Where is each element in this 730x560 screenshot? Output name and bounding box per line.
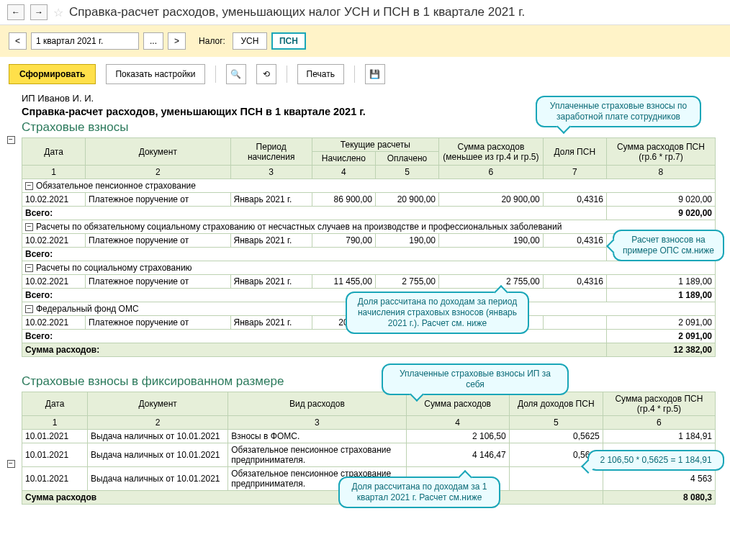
find-button[interactable]: 🔍: [226, 64, 246, 84]
th-paid: Оплачено: [375, 152, 438, 166]
cell-period: Январь 2021 г.: [230, 193, 312, 207]
cell-doc[interactable]: Платежное поручение от: [86, 275, 230, 289]
cell-share: 0,4316: [543, 234, 606, 248]
th-n4: 4: [312, 166, 375, 179]
th2-share: Доля доходов ПСН: [509, 392, 603, 416]
cell-share: 0,4316: [543, 275, 606, 289]
table-row: 10.02.2021 Платежное поручение от Январь…: [22, 275, 716, 289]
cell-date: 10.01.2021: [22, 467, 88, 491]
group-toggle[interactable]: −: [25, 264, 33, 272]
th-n6: 6: [439, 166, 544, 179]
cell-doc[interactable]: Платежное поручение от: [86, 193, 230, 207]
cell-period: Январь 2021 г.: [230, 275, 312, 289]
total-value: 9 020,00: [606, 207, 715, 220]
form-button[interactable]: Сформировать: [9, 64, 96, 84]
tax-label: Налог:: [199, 36, 225, 46]
th2-n4: 4: [406, 416, 509, 430]
cell-exp: 190,00: [439, 234, 544, 248]
th-n2: 2: [86, 166, 230, 179]
table-row: 10.01.2021 Выдача наличных от 10.01.2021…: [22, 430, 716, 443]
cell-accrued: 790,00: [312, 234, 375, 248]
cell-paid: 20 900,00: [375, 193, 438, 207]
group-name[interactable]: −Обязательное пенсионное страхование: [22, 179, 716, 193]
cell-doc[interactable]: Платежное поручение от: [86, 234, 230, 248]
cell-kind: Обязательное пенсионное страхование пред…: [228, 443, 406, 467]
total-label: Всего:: [22, 248, 607, 261]
cell-date: 10.02.2021: [22, 234, 86, 248]
cell-date: 10.01.2021: [22, 443, 88, 467]
cell-sum: 2 106,50: [406, 430, 509, 443]
forward-icon: →: [35, 7, 43, 17]
callout-payroll: Уплаченные страховые взносы по заработно…: [536, 96, 701, 127]
expand-button[interactable]: ⟲: [256, 64, 276, 84]
th2-doc: Документ: [88, 392, 228, 416]
total-label: Всего:: [22, 207, 607, 220]
group-name[interactable]: −Расчеты по обязательному социальному ст…: [22, 220, 716, 234]
back-icon: ←: [12, 7, 20, 17]
cell-accrued: 11 455,00: [312, 275, 375, 289]
search-icon: 🔍: [230, 69, 241, 79]
cell-date: 10.02.2021: [22, 275, 86, 289]
print-button[interactable]: Печать: [297, 64, 344, 84]
cell-period: Январь 2021 г.: [230, 316, 312, 330]
th-doc: Документ: [86, 138, 230, 166]
total-value: 2 091,00: [606, 330, 715, 343]
sum-value: 8 080,3: [603, 491, 715, 505]
period-prev-button[interactable]: <: [9, 32, 27, 50]
tax-tab-usn[interactable]: УСН: [233, 32, 267, 50]
cell-date: 10.02.2021: [22, 193, 86, 207]
th-n1: 1: [22, 166, 86, 179]
callout-share-period: Доля рассчитана по доходам за период нач…: [346, 292, 529, 334]
cell-period: Январь 2021 г.: [230, 234, 312, 248]
cell-doc[interactable]: Выдача наличных от 10.01.2021: [88, 467, 228, 491]
period-next-button[interactable]: >: [168, 32, 186, 50]
th-psn: Сумма расходов ПСН (гр.6 * гр.7): [606, 138, 715, 166]
cell-accrued: 86 900,00: [312, 193, 375, 207]
period-input[interactable]: 1 квартал 2021 г.: [31, 32, 139, 50]
table-row: 10.02.2021 Платежное поручение от Январь…: [22, 193, 716, 207]
th2-date: Дата: [22, 392, 88, 416]
th-exp: Сумма расходов (меньшее из гр.4 и гр.5): [439, 138, 544, 166]
group-toggle[interactable]: −: [25, 223, 33, 231]
cell-date: 10.01.2021: [22, 430, 88, 443]
sum-label: Сумма расходов: [22, 491, 603, 505]
th2-n2: 2: [88, 416, 228, 430]
group-name[interactable]: −Расчеты по социальному страхованию: [22, 261, 716, 275]
group-toggle[interactable]: −: [25, 182, 33, 190]
cell-exp: 2 755,00: [439, 275, 544, 289]
th-n3: 3: [230, 166, 312, 179]
th2-n1: 1: [22, 416, 88, 430]
callout-ip-self: Уплаченные страховые взносы ИП за себя: [382, 363, 569, 395]
cell-share: 0,5625: [509, 430, 603, 443]
tree-toggle[interactable]: −: [7, 460, 15, 468]
cell-psn: 1 184,91: [603, 430, 715, 443]
group-toggle[interactable]: −: [25, 305, 33, 313]
cell-doc[interactable]: Выдача наличных от 10.01.2021: [88, 430, 228, 443]
cell-psn: 1 189,00: [606, 275, 715, 289]
tree-toggle[interactable]: −: [7, 136, 15, 144]
tax-tab-psn[interactable]: ПСН: [271, 32, 306, 50]
sum-value: 12 382,00: [606, 343, 715, 357]
forward-button[interactable]: →: [30, 4, 48, 20]
period-picker-button[interactable]: ...: [143, 32, 163, 50]
cell-doc[interactable]: Выдача наличных от 10.01.2021: [88, 443, 228, 467]
th2-n3: 3: [228, 416, 406, 430]
separator: [354, 66, 355, 83]
cell-share: 0,4316: [543, 193, 606, 207]
floppy-icon: 💾: [369, 69, 380, 79]
separator: [287, 66, 287, 83]
cell-exp: 20 900,00: [439, 193, 544, 207]
expand-icon: ⟲: [263, 69, 270, 79]
total-value: 1 189,00: [606, 289, 715, 302]
show-settings-button[interactable]: Показать настройки: [106, 64, 204, 84]
save-button[interactable]: 💾: [365, 64, 385, 84]
favorite-star-icon[interactable]: ☆: [53, 6, 63, 19]
cell-date: 10.02.2021: [22, 316, 86, 330]
back-button[interactable]: ←: [7, 4, 24, 20]
th-current: Текущие расчеты: [312, 138, 438, 152]
th2-kind: Вид расходов: [228, 392, 406, 416]
th-n7: 7: [543, 166, 606, 179]
sum-label: Сумма расходов:: [22, 343, 607, 357]
callout-share-quarter: Доля рассчитана по доходам за 1 квартал …: [338, 477, 500, 508]
cell-doc[interactable]: Платежное поручение от: [86, 316, 230, 330]
